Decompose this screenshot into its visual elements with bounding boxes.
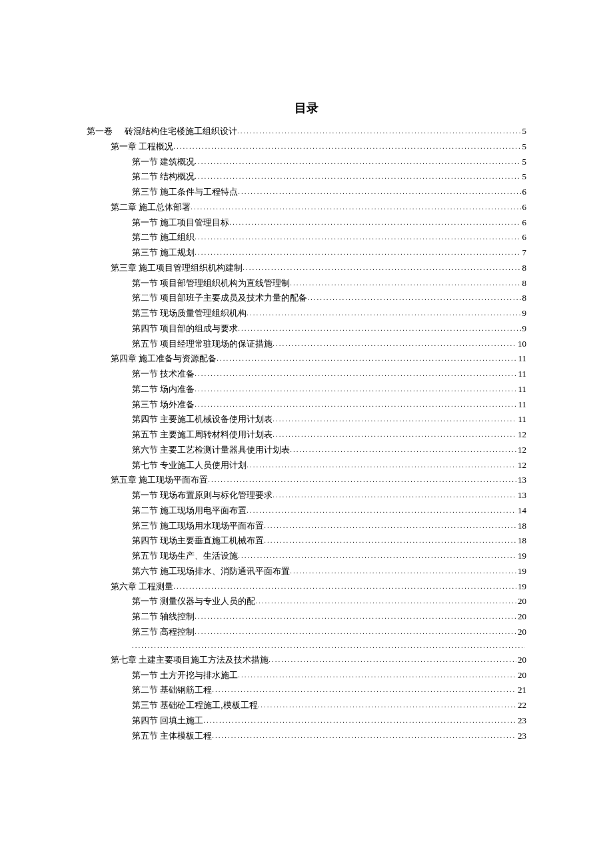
toc-page-number: 20: [516, 594, 526, 609]
toc-page-number: 18: [516, 519, 526, 534]
toc-entry: 第一节 土方开挖与排水施工20: [87, 668, 526, 683]
toc-page-number: 12: [516, 443, 526, 458]
toc-entry-label: 第三节 施工现场用水现场平面布置: [132, 519, 264, 534]
toc-entry: [87, 640, 526, 653]
toc-entry: 第一节 技术准备11: [87, 367, 526, 382]
toc-entry: 第三节 高程控制20: [87, 625, 526, 640]
toc-entry: 第一节 测量仪器与专业人员的配20: [87, 594, 526, 609]
toc-entry-label: 第三节 施工规划: [132, 245, 195, 261]
toc-page-number: 19: [516, 549, 526, 564]
toc-page-number: 11: [516, 351, 526, 367]
toc-entry-label: 第三章 施工项目管理组织机构建制: [111, 261, 243, 276]
toc-page-number: 23: [516, 713, 526, 729]
toc-page-number: 20: [516, 668, 526, 683]
toc-entry-label: 第二章 施工总体部署: [111, 200, 191, 215]
toc-entry-label: 第四章 施工准备与资源配备: [111, 351, 217, 367]
toc-entry-label: 第一节 土方开挖与排水施工: [132, 668, 238, 683]
toc-entry-label: 第五节 主体模板工程: [132, 729, 212, 744]
toc-entry-label: 第五节 主要施工周转材料使用计划表: [132, 427, 273, 443]
toc-entry-label: 第三节 施工条件与工程特点: [132, 185, 238, 200]
toc-leader-dots: [237, 125, 521, 137]
toc-leader-dots: [195, 610, 516, 623]
toc-leader-dots: [203, 714, 516, 727]
toc-entry-label: 第一节 项目部管理组织机构为直线管理制: [132, 276, 290, 291]
toc-entry-label: 第四节 现场主要垂直施工机械布置: [132, 533, 264, 549]
toc-page-number: 22: [516, 698, 526, 713]
toc-page-number: 5: [521, 124, 527, 139]
toc-leader-dots: [273, 413, 516, 425]
toc-entry-label: 第二节 基础钢筋工程: [132, 683, 212, 698]
toc-entry: 第三节 施工规划7: [87, 245, 526, 261]
toc-page-number: 11: [516, 397, 526, 413]
toc-page-number: 13: [516, 488, 526, 503]
toc-entry: 第七章 土建主要项目施工方法及技术措施20: [87, 653, 526, 668]
toc-entry: 第一卷砖混结构住宅楼施工组织设计5: [87, 124, 526, 139]
toc-entry-label: 第五章 施工现场平面布置: [111, 473, 208, 488]
toc-page-number: 20: [516, 609, 526, 625]
toc-leader-dots: [243, 261, 520, 274]
toc-leader-dots: [273, 337, 516, 350]
toc-leader-dots: [195, 625, 516, 638]
toc-entry-label: 第四节 项目部的组成与要求: [132, 321, 238, 337]
toc-leader-dots: [247, 307, 520, 319]
toc-entry-label: 第三节 基础砼工程施工,模板工程: [132, 698, 258, 713]
toc-page-number: 9: [521, 321, 527, 337]
toc-entry: 第五节 主要施工周转材料使用计划表12: [87, 427, 526, 443]
toc-page-number: 5: [521, 169, 527, 185]
toc-page-number: 23: [516, 729, 526, 744]
toc-page-number: 20: [516, 653, 526, 668]
toc-entry-label: 第一节 建筑概况: [132, 155, 195, 170]
toc-page-number: 6: [521, 215, 527, 231]
toc-page-number: 6: [521, 185, 527, 200]
toc-entry: 第二节 项目部班子主要成员及技术力量的配备8: [87, 291, 526, 306]
toc-leader-dots: [195, 170, 520, 183]
toc-entry-label: 第六节 主要工艺检测计量器具使用计划表: [132, 443, 290, 458]
toc-entry-label: 第六章 工程测量: [111, 579, 173, 595]
toc-page-number: 12: [516, 458, 526, 473]
toc-entry-label: 第二节 场内准备: [132, 382, 195, 397]
toc-entry: 第六章 工程测量19: [87, 579, 526, 595]
toc-entry: 第五节 项目经理常驻现场的保证措施10: [87, 337, 526, 352]
toc-entry: 第四章 施工准备与资源配备11: [87, 351, 526, 367]
toc-leader-dots: [307, 291, 520, 304]
toc-page-number: 13: [516, 473, 526, 488]
toc-leader-dots: [195, 231, 520, 243]
toc-entry-label: 第四节 主要施工机械设备使用计划表: [132, 412, 273, 427]
toc-leader-dots: [290, 565, 516, 577]
toc-entry-label: 第五节 项目经理常驻现场的保证措施: [132, 337, 273, 352]
toc-entry: 第六节 施工现场排水、消防通讯平面布置19: [87, 564, 526, 579]
toc-leader-dots: [173, 140, 520, 153]
toc-page-number: 6: [521, 200, 527, 215]
toc-entry: 第五节 现场生产、生活设施19: [87, 549, 526, 564]
toc-entry: 第二节 场内准备11: [87, 382, 526, 397]
toc-leader-dots: [290, 277, 520, 289]
toc-entry: 第四节 回填土施工23: [87, 713, 526, 729]
toc-entry-label: 第二节 施工组织: [132, 230, 195, 245]
toc-page-number: 18: [516, 533, 526, 549]
toc-entry: 第三章 施工项目管理组织机构建制8: [87, 261, 526, 276]
toc-entry-label: 砖混结构住宅楼施工组织设计: [125, 124, 237, 139]
toc-entry: 第一节 项目部管理组织机构为直线管理制8: [87, 276, 526, 291]
toc-entry-label: 第五节 现场生产、生活设施: [132, 549, 238, 564]
toc-leader-dots: [229, 216, 520, 229]
toc-leader-dots: [191, 201, 520, 213]
toc-leader-dots: [173, 580, 516, 593]
toc-entry: 第三节 场外准备11: [87, 397, 526, 413]
toc-page-number: 9: [521, 306, 527, 321]
toc-leader-dots: [238, 185, 520, 198]
toc-entry-label: 第三节 现场质量管理组织机构: [132, 306, 247, 321]
toc-entry-label: 第七节 专业施工人员使用计划: [132, 458, 247, 473]
toc-entry: 第四节 主要施工机械设备使用计划表11: [87, 412, 526, 427]
toc-entry: 第三节 施工条件与工程特点6: [87, 185, 526, 200]
toc-entry: 第七节 专业施工人员使用计划12: [87, 458, 526, 473]
toc-entry-label: 第二节 项目部班子主要成员及技术力量的配备: [132, 291, 307, 306]
toc-entry-label: 第四节 回填土施工: [132, 713, 203, 729]
toc-leader-dots: [195, 367, 516, 380]
toc-entry: 第一节 施工项目管理目标6: [87, 215, 526, 231]
toc-entry: 第二章 施工总体部署6: [87, 200, 526, 215]
toc-page-number: 5: [521, 139, 527, 155]
toc-page-number: 19: [516, 579, 526, 595]
toc-leader-dots: [264, 534, 516, 547]
toc-entry: 第三节 施工现场用水现场平面布置18: [87, 519, 526, 534]
toc-entry-label: 第一章 工程概况: [111, 139, 173, 155]
